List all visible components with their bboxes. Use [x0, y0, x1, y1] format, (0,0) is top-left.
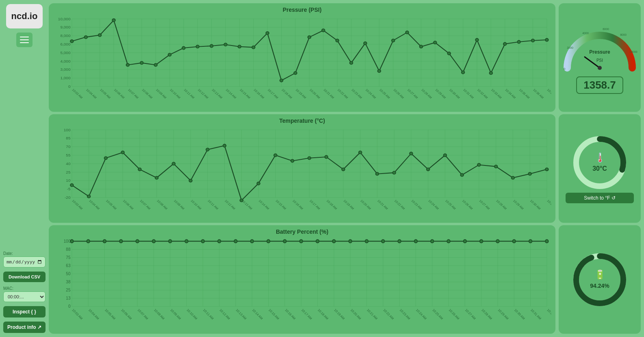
battery-chart-svg: 10088756350382513010:03 AM10:04 AM10:05 …	[53, 237, 551, 330]
svg-point-101	[252, 46, 255, 49]
svg-text:10:24 AM: 10:24 AM	[364, 88, 377, 100]
svg-text:10:06 AM: 10:06 AM	[113, 88, 126, 100]
svg-text:10:22 AM: 10:22 AM	[394, 199, 406, 211]
svg-text:10:16 AM: 10:16 AM	[253, 88, 265, 100]
svg-text:10:24 AM: 10:24 AM	[415, 308, 427, 320]
svg-point-113	[420, 45, 423, 48]
svg-text:10:14 AM: 10:14 AM	[258, 199, 270, 211]
battery-chart-title: Battery Percent (%)	[53, 228, 551, 235]
svg-point-220	[427, 168, 430, 171]
svg-point-227	[545, 168, 549, 171]
svg-text:40: 40	[66, 161, 71, 166]
svg-text:30°C: 30°C	[592, 165, 607, 172]
logo: ncd.io	[6, 4, 43, 28]
svg-text:10:10 AM: 10:10 AM	[186, 308, 198, 320]
svg-text:10:21 AM: 10:21 AM	[366, 308, 378, 320]
svg-text:10:21 AM: 10:21 AM	[377, 199, 389, 211]
mac-select[interactable]: 00:00:...	[3, 291, 46, 302]
svg-point-94	[154, 63, 157, 66]
svg-text:1,000: 1,000	[60, 76, 71, 80]
svg-point-111	[392, 39, 395, 42]
svg-point-115	[447, 52, 451, 55]
svg-point-206	[189, 179, 192, 182]
svg-point-107	[336, 39, 339, 42]
pressure-gauge-card: 0 2000 4000 6000 8000 10000 Pressure PSI…	[559, 3, 641, 112]
svg-text:10:21 AM: 10:21 AM	[323, 88, 335, 100]
svg-point-323	[349, 239, 352, 243]
svg-point-310	[136, 239, 139, 243]
svg-point-201	[104, 157, 107, 159]
svg-point-226	[528, 172, 531, 175]
svg-text:10:30 AM: 10:30 AM	[449, 88, 461, 100]
svg-text:10000: 10000	[629, 50, 637, 53]
svg-point-327	[414, 239, 417, 243]
svg-point-221	[443, 154, 447, 157]
svg-point-114	[434, 41, 437, 44]
svg-text:10:04 AM: 10:04 AM	[88, 199, 100, 211]
svg-point-326	[398, 239, 401, 243]
svg-text:10:15 AM: 10:15 AM	[268, 308, 280, 320]
svg-text:10:12 AM: 10:12 AM	[197, 88, 209, 100]
svg-text:0: 0	[68, 304, 71, 309]
mac-label: MAC:	[3, 286, 46, 291]
svg-text:10:23 AM: 10:23 AM	[399, 308, 411, 320]
date-input[interactable]	[3, 257, 46, 267]
inspect-button[interactable]: Inspect { }	[3, 306, 46, 317]
svg-text:10:28 AM: 10:28 AM	[421, 88, 433, 100]
svg-text:-20: -20	[65, 195, 71, 200]
svg-point-109	[364, 42, 367, 45]
svg-text:10:19 AM: 10:19 AM	[295, 88, 307, 100]
svg-point-209	[240, 199, 243, 202]
date-section: Date:	[3, 251, 46, 267]
download-csv-button[interactable]: Download CSV	[3, 272, 46, 282]
svg-point-200	[87, 195, 91, 198]
svg-point-328	[431, 239, 434, 243]
svg-point-88	[70, 40, 74, 43]
svg-point-108	[350, 61, 353, 64]
svg-text:10:17 AM: 10:17 AM	[309, 199, 321, 211]
svg-point-319	[283, 239, 286, 243]
svg-text:10:18 AM: 10:18 AM	[281, 88, 293, 100]
svg-point-214	[325, 155, 328, 158]
svg-point-116	[462, 71, 465, 74]
svg-text:25: 25	[66, 288, 70, 292]
svg-point-104	[294, 72, 297, 74]
svg-text:10:24 AM: 10:24 AM	[427, 199, 440, 211]
svg-text:10:30 AM: 10:30 AM	[529, 199, 542, 211]
svg-text:10:10 AM: 10:10 AM	[169, 88, 181, 100]
svg-text:10:12 AM: 10:12 AM	[224, 199, 236, 211]
svg-point-322	[332, 239, 336, 243]
svg-text:10:19 AM: 10:19 AM	[343, 199, 355, 211]
svg-point-92	[126, 63, 129, 66]
svg-text:10:03 AM: 10:03 AM	[71, 308, 83, 320]
svg-point-335	[545, 239, 549, 243]
svg-point-307	[87, 239, 90, 243]
svg-text:10:09 AM: 10:09 AM	[173, 199, 185, 211]
svg-text:10:13 AM: 10:13 AM	[235, 308, 247, 320]
svg-point-96	[182, 46, 185, 49]
svg-point-95	[168, 53, 171, 56]
pressure-chart-title: Pressure (PSI)	[53, 7, 551, 13]
temperature-gauge-circle: 🌡️ 30°C	[571, 134, 628, 191]
svg-text:25: 25	[66, 170, 70, 174]
svg-point-212	[291, 159, 294, 162]
product-info-button[interactable]: Product info ↗	[3, 322, 46, 333]
svg-point-329	[447, 239, 450, 243]
menu-button[interactable]	[16, 33, 33, 47]
svg-text:10:03 AM: 10:03 AM	[71, 199, 83, 211]
svg-text:8000: 8000	[620, 33, 627, 36]
svg-text:4,000: 4,000	[60, 59, 71, 63]
svg-text:10:22 AM: 10:22 AM	[382, 308, 395, 320]
switch-temperature-button[interactable]: Switch to °F ↺	[566, 193, 633, 203]
svg-text:10:08 AM: 10:08 AM	[141, 88, 153, 100]
svg-point-208	[223, 144, 226, 147]
svg-point-308	[103, 239, 106, 243]
svg-text:100: 100	[64, 239, 71, 244]
svg-text:100: 100	[64, 128, 71, 132]
svg-text:10:31 AM: 10:31 AM	[530, 308, 542, 320]
svg-point-223	[477, 163, 481, 166]
svg-text:6000: 6000	[603, 28, 609, 30]
svg-point-207	[206, 148, 209, 151]
svg-text:10:35 AM: 10:35 AM	[518, 88, 531, 100]
right-panel: 0 2000 4000 6000 8000 10000 Pressure PSI…	[559, 0, 644, 337]
